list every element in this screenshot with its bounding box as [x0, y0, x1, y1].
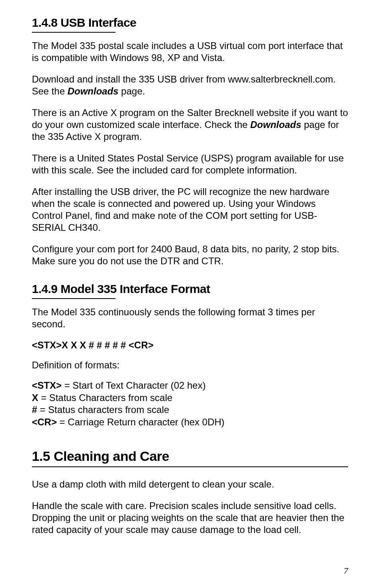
heading-rule-short — [32, 32, 116, 33]
def-cr-val: = Carriage Return character (hex 0DH) — [57, 417, 225, 427]
para-1-4-8-p5: After installing the USB driver, the PC … — [32, 186, 348, 234]
heading-1-4-9: 1.4.9 Model 335 Interface Format — [32, 282, 348, 296]
heading-1-5: 1.5 Cleaning and Care — [32, 448, 348, 464]
def-x-key: X — [32, 392, 38, 403]
para-1-4-8-p2b: Downloads — [67, 86, 118, 96]
def-stx: <STX> = Start of Text Character (02 hex) — [32, 380, 348, 392]
para-1-4-8-p4: There is a United States Postal Service … — [32, 152, 348, 176]
para-1-4-8-p2c: page. — [118, 86, 145, 96]
para-1-5-p1: Use a damp cloth with mild detergent to … — [32, 478, 348, 490]
heading-1-4-8: 1.4.8 USB Interface — [32, 16, 348, 29]
def-hash-key: # — [32, 404, 37, 415]
def-hash: # = Status characters from scale — [32, 404, 348, 416]
definition-label: Definition of formats: — [32, 360, 348, 371]
def-x: X = Status Characters from scale — [32, 392, 348, 404]
para-1-4-8-p3b: Downloads — [250, 119, 301, 130]
para-1-4-8-p1: The Model 335 postal scale includes a US… — [32, 40, 348, 64]
def-stx-val: = Start of Text Character (02 hex) — [62, 380, 206, 391]
def-hash-val: = Status characters from scale — [37, 404, 169, 415]
para-1-5-p2: Handle the scale with care. Precision sc… — [32, 500, 348, 536]
para-1-4-8-p6: Configure your com port for 2400 Baud, 8… — [32, 243, 348, 267]
def-stx-key: <STX> — [32, 380, 62, 391]
def-x-val: = Status Characters from scale — [38, 392, 172, 403]
para-1-4-8-p3: There is an Active X program on the Salt… — [32, 107, 348, 143]
format-line: <STX>X X X # # # # # <CR> — [32, 340, 348, 351]
heading-rule-full — [32, 466, 348, 467]
heading-rule-short-2 — [32, 298, 116, 299]
page-number: 7 — [344, 566, 348, 576]
para-1-4-9-p1: The Model 335 continuously sends the fol… — [32, 306, 348, 330]
def-cr-key: <CR> — [32, 417, 57, 427]
def-cr: <CR> = Carriage Return character (hex 0D… — [32, 416, 348, 429]
para-1-4-8-p2: Download and install the 335 USB driver … — [32, 73, 348, 97]
definition-lines: <STX> = Start of Text Character (02 hex)… — [32, 380, 348, 429]
